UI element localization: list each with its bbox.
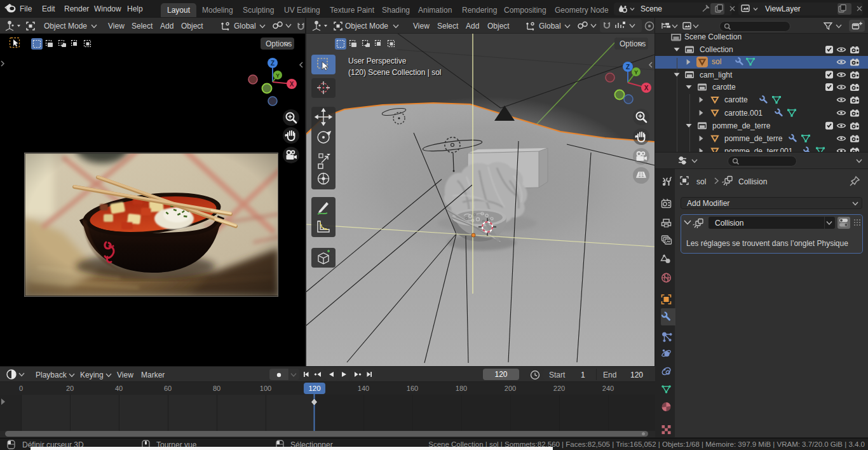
svg-text:Y: Y	[634, 69, 638, 76]
svg-text:200: 200	[505, 385, 516, 392]
svg-text:0: 0	[19, 385, 23, 392]
svg-text:100: 100	[260, 385, 271, 392]
svg-text:Y: Y	[276, 72, 280, 79]
svg-text:80: 80	[213, 385, 220, 392]
svg-text:20: 20	[66, 385, 74, 392]
svg-text:60: 60	[164, 385, 172, 392]
svg-text:180: 180	[456, 385, 467, 392]
svg-text:Z: Z	[271, 60, 275, 67]
svg-text:120: 120	[308, 385, 320, 392]
svg-text:Z: Z	[626, 64, 630, 71]
svg-text:160: 160	[407, 385, 418, 392]
svg-text:220: 220	[553, 385, 565, 392]
svg-text:X: X	[290, 81, 294, 88]
svg-text:140: 140	[358, 385, 369, 392]
svg-text:40: 40	[115, 385, 123, 392]
svg-text:240: 240	[602, 385, 614, 392]
svg-text:X: X	[644, 85, 649, 92]
